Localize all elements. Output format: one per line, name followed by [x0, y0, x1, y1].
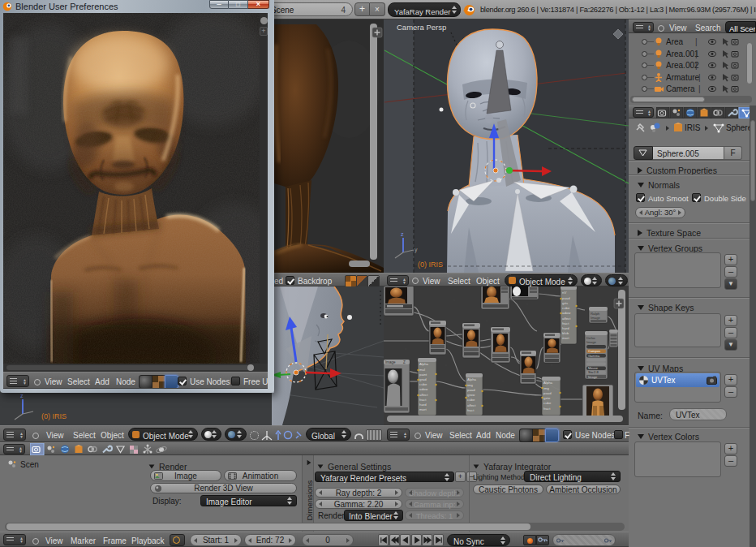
svg-text:Image: Image	[591, 316, 601, 320]
svg-text:z: z	[20, 393, 24, 398]
svg-text:Compos: Compos	[588, 349, 600, 353]
svg-text:IRIS: IRIS	[685, 123, 701, 132]
svg-text:grow: grow	[467, 393, 475, 397]
svg-text:gete: gete	[543, 396, 551, 400]
svg-text:Alpha: Alpha	[419, 362, 429, 366]
svg-text:affect: affect	[562, 317, 571, 321]
svg-text:z: z	[401, 231, 404, 237]
svg-text:Image: Image	[385, 360, 396, 364]
svg-text:paint: paint	[419, 373, 427, 377]
svg-text:img: img	[543, 386, 550, 390]
svg-text:fract: fract	[419, 398, 427, 402]
svg-text:cube: cube	[562, 306, 570, 310]
svg-text:img: img	[467, 383, 474, 387]
svg-text:fract: fract	[543, 407, 551, 411]
svg-text:paad: paad	[467, 388, 475, 392]
svg-text:cube: cube	[543, 401, 552, 405]
svg-text:Gamma: Gamma	[588, 354, 600, 358]
svg-text:Sphere: Sphere	[726, 123, 751, 132]
svg-text:blub: blub	[562, 331, 569, 335]
svg-text:Image: Image	[586, 340, 597, 344]
svg-text:mul: mul	[419, 368, 425, 372]
svg-text:nV: nV	[562, 291, 566, 295]
svg-text:Ralph: Ralph	[591, 312, 600, 316]
svg-text:adow: adow	[562, 311, 571, 315]
svg-text:fract: fract	[467, 408, 475, 412]
svg-text:Defoc: Defoc	[586, 336, 596, 340]
svg-text:grts: grts	[562, 301, 568, 305]
svg-text:affect: affect	[467, 403, 476, 407]
svg-text:cube: cube	[467, 398, 475, 402]
svg-text:mort: mort	[562, 336, 569, 340]
svg-text:fract: fract	[562, 321, 569, 325]
svg-text:cube: cube	[419, 382, 427, 386]
svg-text:grad: grad	[419, 377, 427, 381]
svg-text:Alpha: Alpha	[543, 381, 553, 385]
svg-text:paad: paad	[543, 391, 552, 395]
svg-text:Z: Z	[403, 360, 406, 364]
svg-text:y: y	[415, 247, 418, 253]
svg-text:hard: hard	[562, 326, 569, 330]
svg-text:Alpha: Alpha	[467, 377, 477, 381]
svg-text:paad: paad	[562, 296, 570, 300]
svg-text:adow: adow	[419, 387, 428, 391]
svg-text:Sta:2.8: Sta:2.8	[588, 370, 599, 374]
svg-text:mort: mort	[419, 407, 427, 411]
svg-text:hard: hard	[419, 403, 427, 407]
svg-text:Image: Image	[588, 375, 598, 379]
svg-text:affect: affect	[419, 393, 428, 397]
